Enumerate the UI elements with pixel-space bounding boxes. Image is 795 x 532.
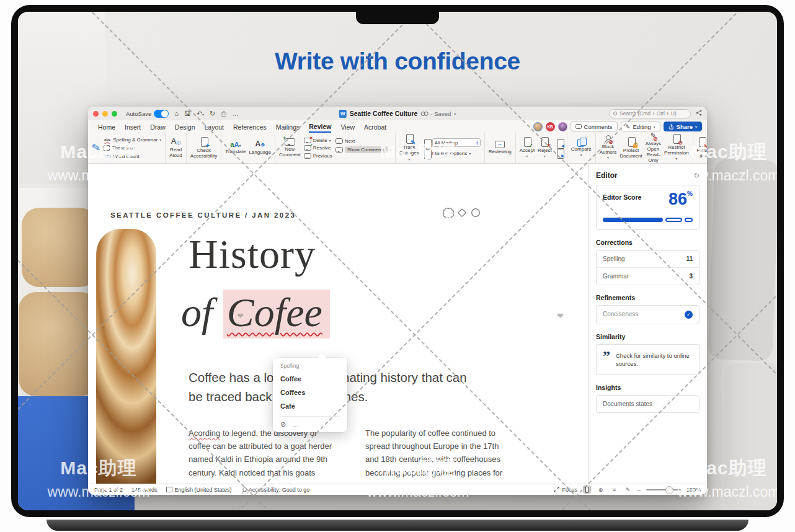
tab-acrobat[interactable]: Acrobat xyxy=(364,122,386,132)
outline-view-button[interactable]: ≡ xyxy=(610,485,618,494)
protect-document-button[interactable]: Protect Document xyxy=(620,137,642,159)
next-comment-icon xyxy=(335,138,343,144)
editing-mode-button[interactable]: ✎ Editing▾ xyxy=(621,122,660,131)
decorative-shapes xyxy=(443,207,481,218)
word-count-button[interactable]: 123 Word Count xyxy=(104,153,161,160)
track-changes-button[interactable]: ✎ Track Changes▾ xyxy=(399,134,419,162)
editor-score-card[interactable]: Editor Score 86% xyxy=(596,185,700,230)
save-icon[interactable]: 🖫 xyxy=(184,110,191,117)
next-comment-button[interactable]: Next xyxy=(335,138,391,144)
grammar-row[interactable]: Grammar3 xyxy=(597,267,699,285)
markup-select[interactable]: All Markup ▴▾ xyxy=(432,138,481,147)
zoom-out-button[interactable]: – xyxy=(637,487,641,493)
compare-button[interactable]: Compare ▾ xyxy=(571,138,592,158)
undo-icon[interactable]: ↶▾ xyxy=(197,110,204,117)
reject-change-button[interactable]: ✕ Reject ▾ xyxy=(538,137,552,159)
resolve-comment-button[interactable]: ✓ Resolve xyxy=(304,145,332,151)
always-open-read-only-button[interactable]: ✎⊘ Always Open Read-Only xyxy=(646,133,661,164)
language-indicator[interactable]: English (United States) xyxy=(166,487,232,493)
more-options[interactable]: … xyxy=(292,421,299,428)
saved-status[interactable]: · Saved xyxy=(430,110,451,117)
search-input[interactable]: Search (Cmd + Ctrl + U) xyxy=(609,109,691,118)
previous-comment-button[interactable]: Previous xyxy=(304,153,332,159)
delete-comment-button[interactable]: ✕ Delete▾ xyxy=(304,138,332,143)
similarity-card[interactable]: ” Check for similarity to online sources… xyxy=(596,344,700,375)
reviewing-pane-button[interactable]: Reviewing xyxy=(489,141,512,155)
thesaurus-button[interactable]: Thesaurus xyxy=(104,145,161,151)
more-commands-icon[interactable]: … xyxy=(232,110,239,117)
check-accessibility-button[interactable]: ✦ Check Accessibility xyxy=(190,137,218,159)
show-comments-button[interactable]: Show Comments▾ xyxy=(335,146,391,153)
close-window-button[interactable] xyxy=(93,111,99,117)
ignore-icon[interactable]: ⊘ xyxy=(280,420,286,428)
promo-image: Write with confidence AutoSave ⌂ 🖫 ↶▾ ↻ … xyxy=(0,0,795,532)
word-count-indicator[interactable]: 145 words xyxy=(131,487,158,493)
web-layout-view-button[interactable]: ⊕ xyxy=(597,485,605,494)
editor-button[interactable]: ✎ xyxy=(92,142,100,154)
speech-group: A))) Read Aloud xyxy=(166,133,186,163)
autosave-toggle[interactable] xyxy=(154,110,169,118)
read-aloud-icon: A))) xyxy=(171,137,181,146)
word-window: AutoSave ⌂ 🖫 ↶▾ ↻ ⎙ … W Seattle Coffee C… xyxy=(88,107,707,495)
focus-button[interactable]: Focus xyxy=(554,487,577,493)
new-comment-button[interactable]: + New Comment xyxy=(279,138,301,158)
delete-comment-icon: ✕ xyxy=(304,138,311,143)
avatar[interactable]: KB xyxy=(546,122,555,131)
fullscreen-window-button[interactable] xyxy=(112,111,117,117)
print-icon[interactable]: ⎙ xyxy=(221,110,226,117)
share-button[interactable]: Share▾ xyxy=(664,122,702,131)
avatar[interactable] xyxy=(558,122,567,131)
redo-icon[interactable]: ↻ xyxy=(210,110,215,117)
page-indicator[interactable]: Page 1 of 2 xyxy=(94,487,123,493)
read-aloud-button[interactable]: A))) Read Aloud xyxy=(169,137,182,158)
minimize-window-button[interactable] xyxy=(102,111,108,117)
tab-design[interactable]: Design xyxy=(175,122,195,132)
gear-icon[interactable]: ⚙ xyxy=(693,172,700,180)
block-authors-button[interactable]: ⊘ Block Authors ▾ xyxy=(600,135,617,161)
tab-layout[interactable]: Layout xyxy=(204,122,224,132)
home-icon[interactable]: ⌂ xyxy=(174,110,179,117)
avatar[interactable] xyxy=(533,122,543,131)
insights-card: Documents states xyxy=(596,395,700,413)
tab-view[interactable]: View xyxy=(340,122,355,132)
protect-group: ⊘ Block Authors ▾ Protect Document ✎⊘ Al… xyxy=(596,133,693,163)
translate-button[interactable]: aA▾ Translate xyxy=(225,141,246,155)
language-button[interactable]: A⊕ Language xyxy=(249,140,271,155)
document-title[interactable]: Seattle Coffee Culture xyxy=(350,110,418,117)
tab-mailings[interactable]: Mailings xyxy=(276,122,300,132)
window-share-icon[interactable] xyxy=(696,110,702,117)
zoom-level[interactable]: 100% xyxy=(686,487,701,493)
tab-draw[interactable]: Draw xyxy=(150,122,166,132)
zoom-slider[interactable] xyxy=(646,489,681,490)
document-page[interactable]: SEATTLE COFFEE CULTURE / JAN 2023 Histor… xyxy=(88,164,588,484)
tab-references[interactable]: References xyxy=(233,122,267,132)
wallpaper-object xyxy=(725,363,777,510)
spelling-row[interactable]: Spelling11 xyxy=(597,250,699,267)
draft-view-button[interactable]: ✎ xyxy=(624,485,632,494)
next-change-icon[interactable]: ▸ xyxy=(555,149,563,157)
print-layout-view-button[interactable] xyxy=(583,485,591,494)
restrict-permission-button[interactable]: ⊖ Restrict Permission ▾ xyxy=(664,134,689,162)
spelling-count: 11 xyxy=(686,255,693,262)
editor-pane-title: Editor xyxy=(596,171,618,180)
laptop-screen: Write with confidence AutoSave ⌂ 🖫 ↶▾ ↻ … xyxy=(18,12,777,510)
block-authors-icon: ⊘ xyxy=(604,135,611,143)
pencil-icon: ✎ xyxy=(626,123,631,130)
comments-button[interactable]: Comments xyxy=(571,122,618,131)
misspelled-word[interactable]: Acording xyxy=(189,428,220,438)
tab-insert[interactable]: Insert xyxy=(125,122,141,132)
previous-change-icon[interactable]: ◂ xyxy=(555,139,563,147)
hide-ink-button[interactable]: ∿ Hide Ink ▾ xyxy=(697,137,707,159)
spelling-grammar-button[interactable]: abc Spelling & Grammar▾ xyxy=(104,136,161,143)
markup-options-button[interactable]: Markup Options▾ xyxy=(422,149,481,157)
tab-home[interactable]: Home xyxy=(98,122,115,132)
document-stats-row[interactable]: Documents states xyxy=(597,396,699,412)
hero-headline: Write with confidence xyxy=(18,48,777,75)
conciseness-row[interactable]: Conciseness ✓ xyxy=(597,306,699,324)
suggestion-coffees[interactable]: Coffees xyxy=(280,389,340,396)
accessibility-indicator[interactable]: Accessibility: Good to go xyxy=(241,487,310,493)
suggestion-cafe[interactable]: Café xyxy=(280,402,340,410)
suggestion-coffee[interactable]: Coffee xyxy=(280,375,340,383)
tab-review[interactable]: Review xyxy=(309,121,331,133)
accept-change-button[interactable]: ✓ Accept ▾ xyxy=(520,137,535,159)
